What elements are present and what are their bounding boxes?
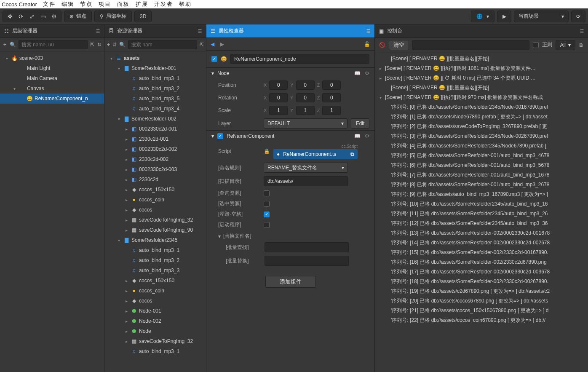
tree-row[interactable]: ♫auto_bind_mp3_1	[104, 73, 206, 83]
expand-arrow-icon[interactable]: ▸	[124, 319, 129, 324]
hierarchy-tree[interactable]: ▾🔥scene-003Main LightMain Camera▾Canvas😄…	[0, 51, 104, 372]
tree-row[interactable]: ▸◆cocos	[104, 205, 206, 215]
expand-arrow-icon[interactable]: ▸	[124, 218, 129, 222]
tree-row[interactable]: ▸⬢Node	[104, 326, 206, 336]
log-row[interactable]: '序列号: [22] 已将 db://assets/cocos_coin6789…	[375, 316, 588, 325]
doc-icon[interactable]: 📖	[354, 70, 361, 76]
tree-row[interactable]: ♫auto_bind_mp3_5	[104, 94, 206, 104]
search-icon[interactable]: 🔍	[10, 40, 16, 49]
expand-arrow-icon[interactable]: ▸	[124, 278, 129, 283]
log-row[interactable]: '序列号: [17] 已将 db://assets/SomeResfolder-…	[375, 267, 588, 277]
tree-row[interactable]: ▾▇SomeResfolder-001	[104, 63, 206, 73]
panel-menu-icon[interactable]	[198, 27, 202, 35]
reload-icon[interactable]: ⟳	[16, 12, 26, 21]
expand-arrow-icon[interactable]: ▸	[124, 137, 129, 142]
log-row[interactable]: '序列号: [4] 已将 db://assets/SomeResfolder23…	[375, 141, 588, 151]
expand-arrow-icon[interactable]: ▸	[124, 289, 129, 293]
log-row[interactable]: ▸[Scene] [ RENAMER 😄 ][ ⏱ 耗时 0 ms] 已选中 3…	[375, 73, 588, 83]
inspector-tab[interactable]: ☰属性检查器	[206, 24, 374, 38]
log-row[interactable]: '序列号: [13] 已将 db://assets/SomeResfolder-…	[375, 228, 588, 238]
tree-row[interactable]: ▸▦saveCodeToPngImg_90	[104, 225, 206, 235]
start-proc-checkbox[interactable]	[264, 222, 270, 228]
regex-checkbox[interactable]	[533, 42, 539, 48]
log-row[interactable]: '序列号: [16] 已将 db://assets/SomeResfolder-…	[375, 257, 588, 267]
tree-row[interactable]: 😄ReNamerComponent_n	[0, 94, 104, 104]
tree-row[interactable]: ♫auto_bind_mp3_2	[104, 255, 206, 265]
tree-row[interactable]: ▾🔥scene-003	[0, 53, 104, 63]
node-name-input[interactable]	[230, 54, 369, 64]
tree-row[interactable]: ▾≣assets	[104, 53, 206, 63]
collapse-icon[interactable]: ⇱	[200, 40, 204, 49]
log-row[interactable]: '序列号: [9] 已将 db://assets/auto_bind_mp3_1…	[375, 190, 588, 199]
rename-rule-select[interactable]: RENAME_替换文件名 ▾	[264, 163, 348, 173]
collapse-icon[interactable]: ⇱	[90, 40, 95, 49]
nav-fwd-icon[interactable]: ▶	[220, 41, 224, 47]
log-row[interactable]: '序列号: [6] 已将 db://assets/SomeResfolder-0…	[375, 161, 588, 170]
expand-arrow-icon[interactable]: ▸	[124, 167, 129, 172]
batch-find-input[interactable]	[265, 242, 349, 252]
play-button[interactable]: ▶	[497, 11, 511, 22]
add-component-button[interactable]: 添加组件	[265, 276, 316, 288]
log-row[interactable]: '序列号: [0] 已将 db://assets/SomeResfolder23…	[375, 102, 588, 112]
expand-arrow-icon[interactable]: ▸	[124, 127, 129, 131]
node-active-checkbox[interactable]	[211, 56, 217, 62]
panel-menu-icon[interactable]	[580, 27, 584, 35]
expand-arrow-icon[interactable]: ▸	[124, 228, 129, 233]
expand-arrow-icon[interactable]: ▸	[124, 177, 129, 182]
log-row[interactable]: ▾[Scene] [ RENAMER 😄 ][执行][耗时 970 ms] 批量…	[375, 93, 588, 102]
expand-arrow-icon[interactable]: ▾	[116, 238, 121, 243]
expand-icon[interactable]: ⤢	[27, 12, 37, 21]
expand-arrow-icon[interactable]: ▾	[116, 66, 121, 71]
preview-target-button[interactable]: 🌐 ▾	[471, 11, 494, 22]
copy-log-icon[interactable]: 🗎	[579, 42, 584, 48]
log-row[interactable]: [Scene] [ RENAMER 😄 ][批量重命名][开始]	[375, 83, 588, 93]
expand-arrow-icon[interactable]: ▸	[124, 147, 129, 152]
console-log-list[interactable]: [Scene] [ RENAMER 😄 ][批量重命名][开始]▸[Scene]…	[375, 52, 588, 372]
replace-subsection[interactable]: [替换文件名]	[206, 230, 374, 241]
query-res-checkbox[interactable]	[264, 190, 270, 196]
hierarchy-tab[interactable]: ☷层级管理器	[0, 24, 104, 38]
expand-arrow-icon[interactable]: ▸	[124, 329, 129, 334]
log-row[interactable]: '序列号: [8] 已将 db://assets/SomeResfolder-0…	[375, 180, 588, 190]
log-row[interactable]: '序列号: [11] 已将 db://assets/SomeResfolder2…	[375, 209, 588, 219]
tree-row[interactable]: ▸⬢Node-002	[104, 316, 206, 326]
rot-x-input[interactable]	[269, 93, 288, 102]
log-row[interactable]: '序列号: [21] 已将 db://assets/cocos_150x1506…	[375, 306, 588, 316]
tree-row[interactable]: ▸◧2330c2d-002	[104, 154, 206, 164]
filter-all-dropdown[interactable]: All ▾	[556, 40, 575, 50]
tree-row[interactable]: ♫auto_bind_mp3_1	[104, 245, 206, 255]
tree-row[interactable]: ▾Canvas	[0, 83, 104, 94]
tree-row[interactable]: ▸▦saveCodeToPngImg_32	[104, 336, 206, 346]
assets-tree[interactable]: ▾≣assets▾▇SomeResfolder-001♫auto_bind_mp…	[104, 51, 206, 372]
scl-y-input[interactable]	[296, 106, 315, 115]
tree-row[interactable]: ▸●cocos_coin	[104, 286, 206, 296]
tree-row[interactable]: ▾▇SomeResfolder-002	[104, 114, 206, 124]
console-tab[interactable]: ▣控制台	[375, 24, 588, 38]
log-row[interactable]: '序列号: [7] 已将 db://assets/SomeResfolder-0…	[375, 170, 588, 180]
expand-arrow-icon[interactable]: ▸	[124, 198, 129, 202]
log-row[interactable]: '序列号: [18] 已将 db://assets/SomeResfolder-…	[375, 277, 588, 286]
tree-row[interactable]: ▸◧2330c2d-001	[104, 134, 206, 144]
assets-tab[interactable]: 🗄资源管理器	[104, 24, 206, 38]
3d-button[interactable]: 3D	[134, 11, 152, 22]
tree-row[interactable]: ▸◆cocos	[104, 296, 206, 306]
expand-arrow-icon[interactable]: ▸	[124, 157, 129, 162]
menu-panel[interactable]: 面板	[117, 0, 130, 8]
menu-node[interactable]: 节点	[80, 0, 93, 8]
tree-row[interactable]: ♫auto_bind_mp3_4	[104, 104, 206, 114]
rot-z-input[interactable]	[322, 93, 341, 102]
tree-row[interactable]: ▸⬢Node-001	[104, 306, 206, 316]
tree-row[interactable]: ▸◧0002330c2d-003	[104, 164, 206, 174]
tree-row[interactable]: ♫auto_bind_mp3_2	[104, 83, 206, 94]
nav-back-icon[interactable]: ◀	[211, 41, 214, 47]
log-row[interactable]: '序列号: [5] 已将 db://assets/SomeResfolder-0…	[375, 151, 588, 161]
search-icon[interactable]: 🔍	[119, 40, 126, 49]
component-section-head[interactable]: ReNamerComponent 📖⚙	[206, 130, 374, 142]
anchor-button[interactable]: ⊕ 锚点	[64, 11, 92, 22]
sort-icon[interactable]: ⇵	[112, 40, 117, 49]
log-row[interactable]: '序列号: [10] 已将 db://assets/SomeResfolder2…	[375, 199, 588, 209]
menu-extension[interactable]: 扩展	[136, 0, 148, 8]
tree-row[interactable]: ▸◆cocos_150x150	[104, 185, 206, 195]
menu-developer[interactable]: 开发者	[154, 0, 173, 8]
assets-search-input[interactable]	[128, 40, 197, 49]
